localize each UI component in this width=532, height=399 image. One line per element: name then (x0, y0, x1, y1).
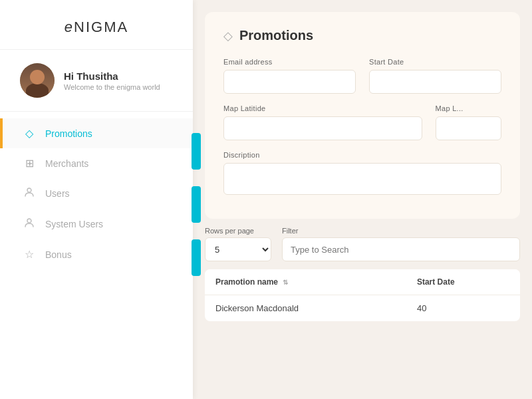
form-card: ◇ Promotions Email address Start Date Ma… (205, 12, 520, 219)
avatar (20, 63, 55, 98)
nav-menu: ◇ Promotions ⊞ Merchants Users (0, 118, 193, 269)
start-date-input[interactable] (369, 70, 501, 94)
form-row-1: Email address Start Date (223, 58, 501, 94)
user-icon (23, 187, 36, 200)
map-lat-group: Map Latitide (223, 104, 422, 140)
rows-per-page-select[interactable]: 5 10 25 (205, 237, 271, 261)
email-input[interactable] (223, 70, 356, 94)
rows-per-page-group: Rows per page 5 10 25 (205, 227, 271, 261)
star-icon: ☆ (23, 248, 36, 261)
description-label: Discription (223, 151, 501, 159)
nav-label-bonus: Bonus (45, 249, 72, 260)
cell-name: Dickerson Macdonald (205, 295, 406, 322)
filter-input[interactable] (282, 237, 520, 261)
nav-label-system-users: System Users (45, 219, 103, 229)
start-date-label: Start Date (369, 58, 501, 66)
filter-label: Filter (282, 227, 520, 235)
logo-area: eNIGMA (0, 0, 193, 50)
map-lng-group: Map L... (436, 104, 502, 140)
user-area: Hi Thusitha Welcome to the enigma world (0, 50, 193, 112)
table-header-row: Pramotion name ⇅ Start Date (205, 269, 520, 295)
svg-point-1 (27, 219, 31, 223)
nav-label-merchants: Merchants (45, 158, 88, 169)
rows-per-page-label: Rows per page (205, 227, 271, 235)
form-row-2: Map Latitide Map L... (223, 104, 501, 140)
table-section: Rows per page 5 10 25 Filter (205, 227, 520, 321)
sidebar-accent-3 (192, 239, 201, 276)
user-greeting: Hi Thusitha (64, 70, 160, 82)
email-label: Email address (223, 58, 356, 66)
sort-icon-name: ⇅ (283, 279, 288, 286)
user-info: Hi Thusitha Welcome to the enigma world (64, 70, 160, 91)
map-lng-label: Map L... (436, 104, 502, 112)
page-icon: ◇ (223, 29, 233, 43)
col-header-name[interactable]: Pramotion name ⇅ (205, 269, 406, 295)
map-lng-input[interactable] (436, 116, 502, 140)
sidebar-item-merchants[interactable]: ⊞ Merchants (0, 148, 193, 178)
col-header-start-date[interactable]: Start Date (406, 269, 520, 295)
filter-group: Filter (282, 227, 520, 261)
sidebar-accent-1 (192, 133, 201, 170)
map-lat-label: Map Latitide (223, 104, 422, 112)
form-row-3: Discription (223, 151, 501, 195)
start-date-group: Start Date (369, 58, 501, 94)
main-content: ◇ Promotions Email address Start Date Ma… (193, 0, 532, 399)
sidebar-item-users[interactable]: Users (0, 178, 193, 209)
sidebar-item-bonus[interactable]: ☆ Bonus (0, 239, 193, 269)
data-table: Pramotion name ⇅ Start Date Dickerson Ma… (205, 269, 520, 321)
logo-suffix: NIGMA (74, 19, 128, 35)
nav-label-users: Users (45, 188, 70, 199)
email-group: Email address (223, 58, 356, 94)
page-header: ◇ Promotions (223, 28, 501, 43)
page-title: Promotions (239, 28, 313, 43)
diamond-icon: ◇ (23, 127, 36, 140)
map-lat-input[interactable] (223, 116, 422, 140)
sidebar-item-system-users[interactable]: System Users (0, 209, 193, 239)
nav-label-promotions: Promotions (45, 128, 92, 139)
user-subtitle: Welcome to the enigma world (64, 83, 160, 91)
col-label-start-date: Start Date (417, 277, 455, 287)
col-label-name: Pramotion name (215, 277, 278, 287)
table-body: Dickerson Macdonald 40 (205, 295, 520, 322)
system-user-icon (23, 217, 36, 231)
description-input[interactable] (223, 163, 501, 195)
svg-point-0 (27, 188, 31, 192)
sidebar-accent-2 (192, 186, 201, 223)
sidebar-item-promotions[interactable]: ◇ Promotions (0, 118, 193, 148)
logo: eNIGMA (0, 19, 193, 36)
sidebar: eNIGMA Hi Thusitha Welcome to the enigma… (0, 0, 193, 399)
logo-prefix: e (65, 19, 74, 35)
grid-icon: ⊞ (23, 157, 36, 170)
table-controls: Rows per page 5 10 25 Filter (205, 227, 520, 261)
avatar-face (20, 63, 55, 98)
description-group: Discription (223, 151, 501, 195)
cell-start-date: 40 (406, 295, 520, 322)
table-row: Dickerson Macdonald 40 (205, 295, 520, 322)
